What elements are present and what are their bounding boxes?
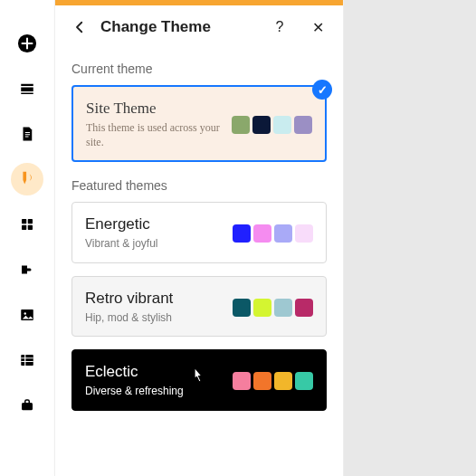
panel-title: Change Theme: [100, 18, 258, 36]
theme-name: Eclectic: [85, 363, 222, 381]
theme-swatches: [233, 299, 313, 317]
left-sidebar: [0, 0, 54, 476]
featured-theme-card-eclectic[interactable]: Eclectic Diverse & refreshing: [71, 349, 327, 411]
theme-icon[interactable]: [11, 163, 43, 195]
current-theme-swatches: [232, 116, 312, 134]
add-icon[interactable]: [11, 27, 43, 60]
swatch: [295, 372, 313, 390]
swatch: [253, 299, 271, 317]
close-icon[interactable]: ✕: [309, 18, 327, 36]
current-theme-card[interactable]: ✓ Site Theme This theme is used across y…: [71, 85, 327, 162]
theme-swatches: [233, 372, 313, 390]
swatch: [233, 224, 251, 243]
canvas-area: [344, 0, 476, 476]
swatch: [295, 299, 313, 317]
svg-rect-1: [21, 84, 33, 86]
panel-header: Change Theme ? ✕: [55, 5, 343, 45]
page-icon[interactable]: [11, 118, 43, 150]
swatch: [233, 372, 251, 390]
swatch: [274, 224, 292, 243]
svg-rect-3: [21, 93, 33, 95]
swatch: [273, 116, 291, 134]
back-icon[interactable]: [71, 19, 88, 35]
featured-theme-card-energetic[interactable]: Energetic Vibrant & joyful: [71, 202, 327, 263]
swatch: [253, 224, 271, 243]
swatch: [253, 372, 271, 390]
featured-theme-card-retro[interactable]: Retro vibrant Hip, mod & stylish: [71, 276, 327, 338]
swatch: [274, 299, 292, 317]
svg-rect-5: [28, 219, 33, 224]
check-badge-icon: ✓: [312, 80, 332, 100]
theme-swatches: [233, 224, 313, 243]
svg-rect-4: [22, 219, 26, 224]
theme-desc: Diverse & refreshing: [85, 385, 222, 399]
theme-desc: Vibrant & joyful: [85, 237, 222, 252]
theme-name: Energetic: [85, 215, 222, 233]
svg-point-9: [24, 312, 26, 314]
apps-icon[interactable]: [11, 208, 43, 241]
swatch: [233, 299, 251, 317]
swatch: [232, 116, 250, 134]
plugin-icon[interactable]: [11, 253, 43, 286]
svg-rect-11: [22, 403, 33, 410]
current-theme-desc: This theme is used across your site.: [86, 121, 221, 149]
theme-desc: Hip, mod & stylish: [85, 311, 222, 326]
svg-rect-6: [22, 225, 26, 230]
swatch: [252, 116, 271, 134]
featured-themes-label: Featured themes: [71, 178, 327, 193]
theme-name: Retro vibrant: [85, 290, 222, 308]
sections-icon[interactable]: [11, 72, 43, 105]
panel-body: Current theme ✓ Site Theme This theme is…: [55, 45, 343, 476]
theme-panel: Change Theme ? ✕ Current theme ✓ Site Th…: [54, 0, 344, 476]
svg-rect-7: [28, 225, 33, 230]
swatch: [274, 372, 292, 390]
current-theme-label: Current theme: [71, 62, 327, 76]
help-icon[interactable]: ?: [271, 18, 289, 36]
image-icon[interactable]: [11, 299, 43, 331]
briefcase-icon[interactable]: [11, 389, 43, 422]
swatch: [294, 116, 312, 134]
current-theme-name: Site Theme: [86, 100, 221, 118]
svg-rect-2: [21, 88, 33, 92]
table-icon[interactable]: [11, 344, 43, 376]
svg-rect-10: [21, 355, 33, 366]
swatch: [295, 224, 313, 243]
